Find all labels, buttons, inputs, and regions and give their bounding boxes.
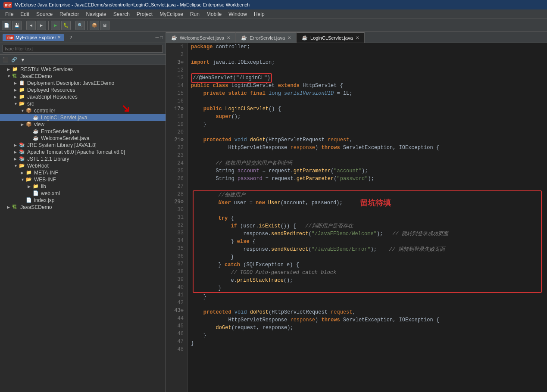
tree-item-restful[interactable]: ▶ 📁 RESTful Web Services: [0, 66, 166, 73]
tree-item-login-servlet[interactable]: ☕ LoginCLServlet.java ➜: [0, 114, 166, 121]
toolbar-deploy[interactable]: 📦: [90, 21, 99, 30]
tree-item-tomcat[interactable]: ▶ 📚 Apache Tomcat v8.0 [Apache Tomcat v8…: [0, 149, 166, 156]
tab-error-icon: ☕: [241, 35, 247, 40]
tree-item-javase-demo[interactable]: ▶ 🏗 JavaSEDemo: [0, 204, 166, 211]
tab-welcome-close[interactable]: ✕: [227, 35, 230, 40]
code-line-47: }: [191, 339, 544, 347]
explorer-tabs: me MyEclipse Explorer ✕ 2: [3, 34, 75, 41]
toolbar-sep3: [73, 21, 73, 30]
menu-help[interactable]: Help: [250, 10, 268, 18]
code-line-1: package controller;: [191, 43, 544, 51]
tree-item-src[interactable]: ▼ 📂 src: [0, 100, 166, 107]
menu-run[interactable]: Run: [187, 10, 203, 18]
code-line-26: String password = request.getParameter("…: [191, 175, 544, 183]
code-line-2: [191, 51, 544, 59]
code-line-25: String account = request.getParameter("a…: [191, 167, 544, 175]
explorer-tab-label: MyEclipse Explorer: [16, 35, 56, 40]
toolbar-forward[interactable]: ▶: [37, 21, 46, 30]
tree-settings-button[interactable]: ▼: [19, 56, 27, 64]
toolbar-search[interactable]: 🔍: [75, 21, 85, 30]
menu-myeclipse[interactable]: MyEclipse: [156, 10, 187, 18]
code-line-31: try {: [194, 215, 541, 222]
tree-item-web-inf[interactable]: ▼ 📂 WEB-INF: [0, 176, 166, 183]
tree-item-jstl[interactable]: ▶ 📚 JSTL 1.2.1 Library: [0, 156, 166, 162]
code-line-30: [194, 207, 541, 215]
tab-welcome-label: WelcomeServlet.java: [180, 35, 224, 40]
tree-toolbar: ⬛ 🔗 ▼: [0, 55, 166, 65]
menu-navigate[interactable]: Navigate: [82, 10, 109, 18]
tree-item-jre[interactable]: ▶ 📚 JRE System Library [JAVA1.8]: [0, 142, 166, 149]
toolbar-new[interactable]: 📄: [2, 21, 11, 30]
menu-mobile[interactable]: Mobile: [203, 10, 225, 18]
code-line-22: HttpServletResponse response) throws Ser…: [191, 144, 544, 152]
code-line-3: import java.io.IOException;: [191, 59, 544, 66]
code-line-48: [191, 347, 544, 355]
tree-item-meta-inf[interactable]: ▶ 📁 META-INF: [0, 169, 166, 176]
toolbar-run[interactable]: ▶: [51, 21, 60, 30]
link-editor-button[interactable]: 🔗: [10, 56, 18, 64]
code-line-45: doGet(request, response);: [191, 324, 544, 332]
toolbar-back[interactable]: ◀: [26, 21, 36, 30]
menu-search[interactable]: Search: [110, 10, 133, 18]
code-line-40: }: [194, 284, 541, 292]
explorer-tab-main[interactable]: me MyEclipse Explorer ✕: [3, 34, 64, 41]
maximize-icon[interactable]: □: [160, 35, 163, 40]
toolbar-debug[interactable]: 🐛: [61, 21, 71, 30]
code-line-17: public LoginCLServlet() {: [191, 105, 544, 113]
menu-source[interactable]: Source: [33, 10, 56, 18]
menu-file[interactable]: File: [2, 10, 17, 18]
tree-item-welcome-servlet[interactable]: ☕ WelcomeServlet.java: [0, 135, 166, 142]
explorer-header: me MyEclipse Explorer ✕ 2 ─ □: [0, 32, 166, 43]
tree-item-lib[interactable]: ▶ 📁 lib: [0, 183, 166, 190]
toolbar-sep1: [24, 21, 24, 30]
tree-item-web-xml[interactable]: 📄 web.xml: [0, 190, 166, 197]
code-line-36: }: [194, 253, 541, 261]
app-icon: me: [3, 2, 12, 8]
menu-refactor[interactable]: Refactor: [56, 10, 82, 18]
tree-item-view[interactable]: ▶ 📦 view: [0, 121, 166, 128]
tree-item-javaeedemo[interactable]: ▼ 🏗 JavaEEDemo: [0, 73, 166, 80]
toolbar: 📄 💾 ◀ ▶ ▶ 🐛 🔍 📦 🖥: [0, 19, 547, 32]
menu-project[interactable]: Project: [133, 10, 156, 18]
explorer-close-icon[interactable]: ✕: [57, 35, 61, 40]
code-line-19: }: [191, 121, 544, 128]
tree-item-index-jsp[interactable]: 📄 index.jsp: [0, 197, 166, 204]
title-bar: me MyEclipse Java Enterprise - JavaEEDem…: [0, 0, 547, 9]
filter-input[interactable]: [3, 45, 163, 53]
right-panel: ☕ WelcomeServlet.java ✕ ☕ ErrorServlet.j…: [166, 32, 547, 392]
left-panel: me MyEclipse Explorer ✕ 2 ─ □ ⬛ 🔗 ▼: [0, 32, 166, 392]
code-line-16: [191, 97, 544, 105]
tree-item-deployed-resources[interactable]: ▶ 📁 Deployed Resources: [0, 87, 166, 93]
tree-item-js-resources[interactable]: ▶ 📁 JavaScript Resources: [0, 93, 166, 100]
tree-item-webroot[interactable]: ▼ 📂 WebRoot: [0, 162, 166, 169]
menu-edit[interactable]: Edit: [17, 10, 33, 18]
tab-login-close[interactable]: ✕: [356, 35, 359, 40]
minimize-icon[interactable]: ─: [156, 35, 159, 40]
code-line-39: e.printStackTrace();: [194, 277, 541, 284]
code-line-32: if (user.isExist()) { //判断用户是否存在: [194, 222, 541, 230]
tab-error-close[interactable]: ✕: [288, 35, 291, 40]
tab-login-servlet[interactable]: ☕ LoginCLServlet.java ✕: [297, 32, 364, 43]
tab-error-servlet[interactable]: ☕ ErrorServlet.java ✕: [236, 32, 297, 43]
code-content[interactable]: package controller; import java.io.IOExc…: [188, 43, 547, 392]
code-editor[interactable]: 1 2 3⊕ 12 13 14 15 16 17⊖ 18 19 20 21⊖ 2…: [166, 43, 547, 392]
tree-item-controller[interactable]: ▼ 📦 controller: [0, 107, 166, 114]
line-numbers: 1 2 3⊕ 12 13 14 15 16 17⊖ 18 19 20 21⊖ 2…: [166, 43, 188, 392]
tab-login-label: LoginCLServlet.java: [310, 35, 353, 40]
code-line-35: response.sendRedirect("/JavaEEDemo/Error…: [194, 246, 541, 253]
menu-window[interactable]: Window: [225, 10, 250, 18]
tab-error-label: ErrorServlet.java: [250, 35, 285, 40]
collapse-all-button[interactable]: ⬛: [2, 56, 9, 64]
tree-item-deployment[interactable]: ▶ 📋 Deployment Descriptor: JavaEEDemo: [0, 80, 166, 87]
code-line-41: }: [191, 293, 544, 301]
code-line-27: [191, 183, 544, 190]
code-line-13: //@WebServlet("/LoginCL"): [191, 74, 544, 82]
tree-item-error-servlet[interactable]: ☕ ErrorServlet.java: [0, 128, 166, 135]
tab-welcome-icon: ☕: [171, 35, 177, 40]
toolbar-save[interactable]: 💾: [12, 21, 22, 30]
explorer-tab-2[interactable]: 2: [66, 34, 75, 41]
toolbar-server[interactable]: 🖥: [100, 21, 109, 30]
toolbar-sep2: [48, 21, 49, 30]
tab-welcome-servlet[interactable]: ☕ WelcomeServlet.java ✕: [166, 32, 236, 43]
code-line-37: } catch (SQLException e) {: [194, 261, 541, 269]
